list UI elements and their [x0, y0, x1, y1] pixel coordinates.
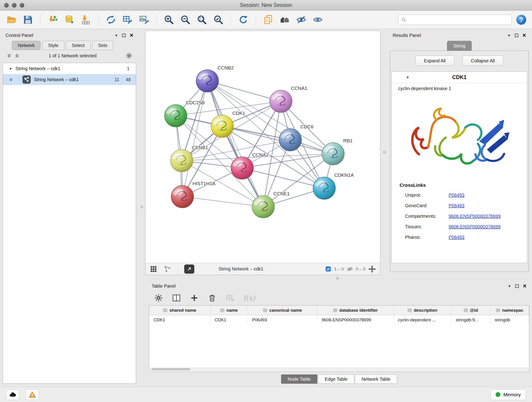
column-header[interactable]: database identifier — [317, 306, 394, 315]
open-in-browser-button[interactable] — [184, 264, 194, 274]
show-columns-icon[interactable] — [172, 293, 181, 303]
tab-string[interactable]: String — [447, 41, 472, 51]
network-edge[interactable] — [182, 197, 263, 207]
network-node-ccne1[interactable] — [252, 196, 274, 218]
scrollbar-thumb[interactable] — [152, 368, 190, 370]
column-header[interactable]: namespac — [490, 306, 529, 315]
show-all-button[interactable] — [311, 13, 324, 26]
share-network-icon[interactable] — [163, 265, 171, 273]
cell-canonical-name[interactable]: P06493 — [248, 315, 317, 325]
panel-close-icon[interactable]: × — [130, 32, 133, 38]
table-horizontal-scrollbar[interactable] — [150, 367, 529, 371]
pharos-link[interactable]: P06493 — [449, 235, 464, 240]
collapse-all-button[interactable]: Collapse All — [462, 56, 503, 66]
network-node-hist1h1a[interactable] — [171, 185, 194, 208]
network-node-cdc25b[interactable] — [165, 104, 187, 127]
zoom-selected-button[interactable] — [212, 13, 225, 26]
tissues-link[interactable]: 9606.ENSP00000378699 — [449, 224, 500, 230]
import-network-from-file-button[interactable] — [46, 13, 59, 26]
move-crosshair-icon[interactable] — [368, 265, 376, 273]
expand-all-button[interactable]: Expand All — [415, 56, 454, 66]
zoom-out-button[interactable] — [179, 13, 192, 26]
grid-view-icon[interactable] — [150, 265, 157, 273]
hidden-eye-slash-icon[interactable] — [347, 266, 353, 272]
welcome-screen-button[interactable] — [278, 13, 291, 26]
splitter-handle[interactable] — [140, 206, 143, 208]
cloud-services-button[interactable] — [6, 389, 19, 400]
table-row[interactable]: CDK1 CDK1 P06493 9606.ENSP00000378699 cy… — [149, 315, 529, 325]
network-node-cdk1[interactable] — [211, 115, 234, 138]
column-header[interactable]: shared name — [149, 306, 210, 315]
table-options-gear-icon[interactable] — [154, 293, 163, 303]
cell-id[interactable]: stringdb:9... — [451, 315, 490, 325]
add-column-icon[interactable] — [190, 293, 199, 303]
memory-button[interactable]: Memory — [490, 389, 526, 400]
splitter-handle[interactable] — [383, 151, 386, 153]
help-button[interactable]: ? — [515, 14, 527, 26]
cell-name[interactable]: CDK1 — [210, 315, 248, 325]
network-row-selected[interactable]: String Network – cdk1 11 48 — [3, 74, 136, 85]
network-collection-row[interactable]: ▼ String Network – cdk1 1 — [3, 63, 136, 74]
tree-expand-icon[interactable]: ▼ — [9, 67, 12, 70]
hide-selected-button[interactable] — [295, 13, 308, 26]
network-edge[interactable] — [182, 81, 207, 197]
column-header[interactable]: name — [210, 306, 248, 315]
selected-checkbox-icon[interactable] — [325, 266, 331, 272]
close-window-button[interactable] — [4, 3, 9, 7]
save-session-button[interactable] — [22, 13, 34, 26]
network-node-ccna2[interactable] — [231, 157, 253, 179]
delete-column-trash-icon[interactable] — [208, 293, 217, 303]
panel-float-icon[interactable] — [515, 284, 519, 288]
tab-select[interactable]: Select — [66, 41, 91, 50]
network-options-gear-icon[interactable] — [126, 52, 133, 59]
search-input[interactable] — [409, 17, 509, 22]
zoom-window-button[interactable] — [20, 3, 24, 7]
cell-description[interactable]: cyclin-dependent ... — [394, 315, 451, 325]
network-node-cdc6[interactable] — [279, 128, 302, 151]
network-node-ccnb2[interactable] — [196, 70, 219, 92]
uniprot-link[interactable]: P06493 — [449, 192, 464, 198]
panel-close-icon[interactable]: × — [523, 283, 526, 289]
cell-namespace[interactable]: stringdb — [490, 315, 529, 325]
warnings-button[interactable] — [26, 389, 39, 400]
splitter-handle[interactable] — [336, 277, 339, 280]
panel-menu-icon[interactable]: ▼ — [114, 33, 118, 37]
zoom-fit-button[interactable] — [196, 13, 208, 26]
network-node-ccnb1[interactable] — [171, 149, 193, 172]
clear-table-icon[interactable] — [225, 293, 234, 303]
network-node-rb1[interactable] — [322, 143, 344, 165]
column-header[interactable]: @id — [451, 306, 490, 315]
network-edge[interactable] — [207, 81, 263, 207]
export-table-button[interactable] — [121, 13, 134, 26]
export-image-button[interactable] — [138, 13, 150, 26]
panel-close-icon[interactable]: × — [522, 32, 526, 38]
zoom-in-button[interactable] — [162, 13, 175, 26]
cell-database-identifier[interactable]: 9606.ENSP00000378699 — [317, 315, 394, 325]
network-node-ccna1[interactable] — [270, 90, 292, 113]
tab-edge-table[interactable]: Edge Table — [318, 375, 354, 384]
panel-float-icon[interactable] — [515, 34, 518, 37]
minimize-window-button[interactable] — [12, 3, 17, 7]
panel-menu-icon[interactable]: ▼ — [507, 33, 511, 37]
open-session-button[interactable] — [5, 13, 18, 26]
clone-network-button[interactable] — [104, 13, 117, 26]
import-network-from-database-button[interactable] — [63, 13, 76, 26]
compartments-link[interactable]: 9606.ENSP00000378699 — [449, 214, 500, 219]
expand-all-icon[interactable] — [14, 53, 20, 58]
tab-network-table[interactable]: Network Table — [355, 375, 397, 384]
import-table-from-file-button[interactable] — [80, 13, 92, 26]
network-canvas[interactable]: CCNB2CCNA1CDC25BCDK1CDC6RB1CCNB1CCNA2CDK… — [146, 31, 380, 263]
panel-menu-icon[interactable]: ▼ — [508, 284, 511, 288]
copy-button[interactable] — [262, 13, 275, 26]
refresh-button[interactable] — [237, 13, 250, 26]
cell-shared-name[interactable]: CDK1 — [149, 315, 210, 325]
network-node-cdkn1a[interactable] — [313, 177, 336, 199]
genecard-link[interactable]: P06493 — [449, 203, 464, 208]
gene-section-header[interactable]: ▼ CDK1 — [392, 72, 527, 83]
tab-sets[interactable]: Sets — [92, 41, 113, 50]
collapse-all-icon[interactable] — [6, 53, 12, 58]
panel-float-icon[interactable] — [122, 34, 126, 37]
column-header[interactable]: canonical name — [248, 306, 317, 315]
tab-network[interactable]: Network — [12, 41, 41, 50]
gene-collapse-icon[interactable]: ▼ — [406, 75, 409, 79]
